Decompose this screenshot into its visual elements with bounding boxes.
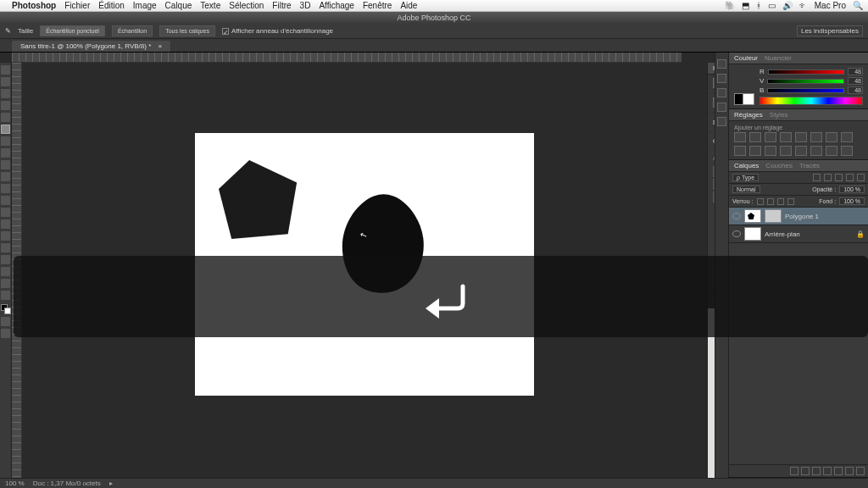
move-tool[interactable] [1, 65, 10, 75]
zoom-tool[interactable] [1, 291, 10, 300]
g-slider[interactable] [767, 79, 844, 84]
filter-image-icon[interactable] [813, 174, 821, 181]
color-spectrum[interactable] [760, 97, 863, 105]
history-brush-tool[interactable] [1, 172, 10, 181]
wifi-icon[interactable]: ᯤ [799, 1, 808, 10]
menu-layer[interactable]: Calque [165, 1, 192, 10]
ruler-horizontal[interactable] [12, 53, 682, 63]
threshold-icon[interactable] [810, 146, 822, 156]
b-slider[interactable] [767, 88, 844, 93]
bg-swatch[interactable] [743, 93, 754, 105]
menu-app[interactable]: Photoshop [12, 1, 56, 10]
type-tool[interactable] [1, 243, 10, 252]
eyedropper-tool[interactable] [1, 125, 10, 134]
character-icon[interactable] [717, 88, 726, 97]
hue-icon[interactable] [810, 132, 822, 142]
background-swatch[interactable] [4, 308, 11, 314]
wand-tool[interactable] [1, 101, 10, 110]
menu-image[interactable]: Image [133, 1, 157, 10]
colorlookup-icon[interactable] [765, 146, 776, 156]
layer-fx-icon[interactable] [801, 467, 810, 475]
new-fill-icon[interactable] [823, 467, 832, 475]
menu-filter[interactable]: Filtre [272, 1, 291, 10]
link-layers-icon[interactable] [790, 467, 798, 475]
layer-thumb[interactable] [744, 209, 761, 223]
heal-tool[interactable] [1, 136, 10, 146]
visibility-eye-icon[interactable] [732, 213, 741, 219]
bw-icon[interactable] [841, 132, 853, 142]
filter-smart-icon[interactable] [857, 174, 865, 181]
gradient-tool[interactable] [1, 196, 10, 205]
layer-name[interactable]: Arrière-plan [765, 230, 800, 238]
menu-view[interactable]: Affichage [319, 1, 354, 10]
screenmode-tool[interactable] [1, 329, 10, 338]
lasso-tool[interactable] [1, 89, 10, 98]
shape-tool[interactable] [1, 267, 10, 276]
new-group-icon[interactable] [834, 467, 843, 475]
gradientmap-icon[interactable] [826, 146, 837, 156]
colorbalance-icon[interactable] [826, 132, 837, 142]
marquee-tool[interactable] [1, 77, 10, 86]
lock-position-icon[interactable] [777, 198, 784, 205]
layer-name[interactable]: Polygone 1 [785, 213, 819, 220]
layer-kind-dropdown[interactable]: ρ Type [732, 174, 759, 181]
workspace-dropdown[interactable]: Les indispensables [797, 25, 863, 36]
menu-edit[interactable]: Édition [98, 1, 125, 10]
invert-icon[interactable] [780, 146, 792, 156]
blur-tool[interactable] [1, 208, 10, 217]
lock-pixels-icon[interactable] [767, 198, 774, 205]
color-tab[interactable]: Couleur [734, 54, 758, 62]
all-layers-button[interactable]: Tous les calques [159, 25, 215, 36]
fill-value[interactable]: 100 % [839, 197, 865, 205]
r-value[interactable]: 48 [848, 68, 863, 75]
sample-button[interactable]: Échantillon [112, 25, 153, 36]
filter-shape-icon[interactable] [846, 174, 854, 181]
evernote-icon[interactable]: 🐘 [725, 1, 735, 10]
stamp-tool[interactable] [1, 160, 10, 169]
channelmixer-icon[interactable] [749, 146, 761, 156]
volume-icon[interactable]: 🔊 [782, 1, 793, 10]
pen-tool[interactable] [1, 231, 10, 241]
layers-tab[interactable]: Calques [734, 162, 759, 169]
crop-tool[interactable] [1, 113, 10, 122]
layer-polygone-1[interactable]: Polygone 1 [729, 208, 868, 225]
styles-tab[interactable]: Styles [770, 111, 788, 119]
g-value[interactable]: 48 [848, 77, 863, 85]
mask-mode-tool[interactable] [1, 317, 10, 326]
dodge-tool[interactable] [1, 219, 10, 229]
zoom-level[interactable]: 100 % [5, 480, 25, 487]
layer-mask-thumb[interactable] [765, 209, 782, 223]
history-icon[interactable] [717, 59, 726, 69]
actions-icon[interactable] [717, 74, 726, 83]
menu-window[interactable]: Fenêtre [363, 1, 392, 10]
eraser-tool[interactable] [1, 184, 10, 193]
chevron-right-icon[interactable]: ▸ [109, 480, 113, 487]
menu-3d[interactable]: 3D [300, 1, 311, 10]
menu-file[interactable]: Fichier [64, 1, 90, 10]
pentagon-shape[interactable] [219, 158, 299, 239]
paragraph-icon[interactable] [717, 103, 726, 112]
curves-icon[interactable] [765, 132, 776, 142]
adjustments-tab[interactable]: Réglages [734, 111, 763, 119]
hand-tool[interactable] [1, 279, 10, 288]
sample-point-button[interactable]: Échantillon ponctuel [40, 25, 105, 36]
close-icon[interactable]: × [159, 42, 163, 50]
bluetooth-icon[interactable]: ᚼ [756, 1, 761, 10]
filter-adjust-icon[interactable] [824, 174, 832, 181]
swatches-tab[interactable]: Nuancier [765, 54, 792, 62]
machine-name[interactable]: Mac Pro [815, 1, 846, 10]
tab-document[interactable]: Sans titre-1 @ 100% (Polygone 1, RVB/8) … [12, 41, 170, 52]
photofilter-icon[interactable] [734, 146, 746, 156]
path-tool[interactable] [1, 255, 10, 264]
new-layer-icon[interactable] [845, 467, 854, 475]
checkbox-icon[interactable]: ✓ [222, 28, 229, 35]
visibility-eye-icon[interactable] [732, 230, 741, 237]
channels-tab[interactable]: Couches [765, 162, 793, 169]
blend-mode-dropdown[interactable]: Normal [732, 186, 760, 193]
layer-background[interactable]: Arrière-plan 🔒 [729, 225, 868, 243]
exposure-icon[interactable] [780, 132, 792, 142]
selective-icon[interactable] [841, 146, 853, 156]
color-swatches-tool[interactable] [1, 304, 11, 314]
opacity-value[interactable]: 100 % [839, 186, 865, 193]
brightness-icon[interactable] [734, 132, 746, 142]
